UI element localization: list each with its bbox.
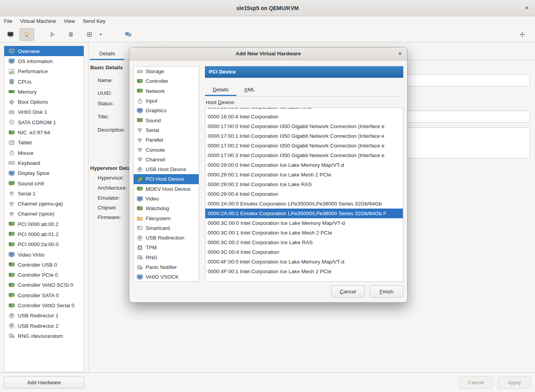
hardware-type-storage[interactable]: Storage xyxy=(134,67,199,76)
hardware-type-video[interactable]: Video xyxy=(134,194,199,204)
pci-device-row[interactable]: 0000:2A:00:1 Emulex Corporation LPe35000… xyxy=(205,209,403,218)
pci-device-row[interactable]: 0000:17:00:2 Intel Corporation I350 Giga… xyxy=(205,141,403,151)
sidebar-item-controller-virtio-serial-0[interactable]: Controller VirtIO Serial 0 xyxy=(4,300,84,310)
hardware-type-channel[interactable]: Channel xyxy=(134,155,199,164)
pci-device-row[interactable]: 0000:17:00:3 Intel Corporation I350 Giga… xyxy=(205,151,403,160)
sidebar-item-overview[interactable]: Overview xyxy=(4,46,84,56)
pci-device-row[interactable]: 0000:4F:00:0 Intel Corporation Ice Lake … xyxy=(205,257,403,267)
hardware-type-usb-redirection[interactable]: USB Redirection xyxy=(134,233,199,243)
hardware-type-filesystem[interactable]: Filesystem xyxy=(134,213,199,223)
sidebar-item-pci-0000-ab-00-2[interactable]: PCI 0000:ab:00.2 xyxy=(4,219,84,229)
sidebar-item-display-spice[interactable]: Display Spice xyxy=(4,168,84,178)
pci-device-row[interactable]: 0000:4F:00:1 Intel Corporation Ice Lake … xyxy=(205,267,403,276)
pci-device-row[interactable]: 0000:3C:00:0 Intel Corporation Ice Lake … xyxy=(205,218,403,228)
main-tab-details[interactable]: Details xyxy=(90,48,124,60)
apply-button[interactable]: Apply xyxy=(498,377,531,389)
hardware-type-rng[interactable]: RNG xyxy=(134,253,199,262)
hardware-type-pci-host-device[interactable]: PCI Host Device xyxy=(134,174,199,184)
sidebar-item-usb-redirector-1[interactable]: USB Redirector 1 xyxy=(4,311,84,321)
shutdown-button[interactable] xyxy=(82,28,97,41)
pci-device-row[interactable]: 0000:16:00:4 Intel Corporation xyxy=(205,112,403,122)
hardware-type-network[interactable]: Network xyxy=(134,86,199,96)
dialog-close-icon[interactable]: × xyxy=(398,48,402,60)
controller-icon xyxy=(8,302,15,309)
menu-file[interactable]: File xyxy=(0,16,16,26)
sidebar-item-controller-pcie-0[interactable]: Controller PCIe 0 xyxy=(4,270,84,280)
menu-view[interactable]: View xyxy=(60,16,79,26)
hardware-type-mdev-host-device[interactable]: MDEV Host Device xyxy=(134,184,199,194)
pause-button[interactable] xyxy=(64,28,78,41)
hardware-type-console[interactable]: Console xyxy=(134,145,199,154)
sidebar-item-controller-usb-0[interactable]: Controller USB 0 xyxy=(4,260,84,270)
sidebar-item-controller-virtio-scsi-0[interactable]: Controller VirtIO SCSI 0 xyxy=(4,280,84,290)
console-button[interactable] xyxy=(3,28,18,41)
window-close-icon[interactable]: × xyxy=(525,0,529,16)
pci-device-row[interactable]: 0000:3C:00:1 Intel Corporation Ice Lake … xyxy=(205,228,403,238)
shutdown-icon xyxy=(86,31,93,38)
pci-device-row[interactable]: 0000:17:00:0 Intel Corporation I350 Giga… xyxy=(205,122,403,131)
sidebar-item-keyboard[interactable]: Keyboard xyxy=(4,158,84,168)
pci-device-row[interactable]: 0000:29:00:4 Intel Corporation xyxy=(205,189,403,199)
controller-icon xyxy=(136,78,143,84)
sidebar-item-controller-sata-0[interactable]: Controller SATA 0 xyxy=(4,290,84,300)
pci-device-row[interactable]: 0000:3C:00:4 Intel Corporation xyxy=(205,247,403,257)
sidebar-item-memory[interactable]: Memory xyxy=(4,87,84,97)
dialog-titlebar[interactable]: Add New Virtual Hardware × xyxy=(129,48,407,60)
sidebar-item-rng-dev-urandom[interactable]: RNG /dev/urandom xyxy=(4,331,84,341)
hardware-type-usb-host-device[interactable]: USB Host Device xyxy=(134,164,199,174)
cancel-button[interactable]: Cancel xyxy=(459,377,492,389)
dialog-cancel-button[interactable]: Cancel xyxy=(331,286,365,298)
hardware-type-watchdog[interactable]: Watchdog xyxy=(134,204,199,213)
sidebar-item-sound-ich9[interactable]: Sound ich9 xyxy=(4,178,84,188)
details-button[interactable] xyxy=(19,28,34,41)
titlebar[interactable]: sle15sp5 on QEMU/KVM × xyxy=(0,0,535,16)
sidebar-item-boot-options[interactable]: Boot Options xyxy=(4,97,84,107)
sidebar-item-pci-0000-ab-01-2[interactable]: PCI 0000:ab:01.2 xyxy=(4,229,84,239)
pci-device-row[interactable]: 0000:29:00:1 Intel Corporation Ice Lake … xyxy=(205,170,403,180)
menu-send-key[interactable]: Send Key xyxy=(79,16,110,26)
sidebar-item-usb-redirector-2[interactable]: USB Redirector 2 xyxy=(4,321,84,331)
hardware-type-input[interactable]: Input xyxy=(134,96,199,106)
sidebar-item-tablet[interactable]: Tablet xyxy=(4,138,84,148)
pci-device-row[interactable]: 0000:17:00:1 Intel Corporation I350 Giga… xyxy=(205,131,403,141)
dialog-tab-details[interactable]: Details xyxy=(205,84,236,96)
shutdown-menu-button[interactable] xyxy=(97,28,105,41)
hardware-type-panic-notifier[interactable]: Panic Notifier xyxy=(134,262,199,272)
pci-device-row[interactable]: 0000:29:00:0 Intel Corporation Ice Lake … xyxy=(205,160,403,170)
host-device-list[interactable]: 0000:16:00:2 Intel Corporation Ice Lake … xyxy=(205,108,403,282)
displays-button[interactable] xyxy=(121,28,136,41)
sidebar-item-video-virtio[interactable]: Video Virtio xyxy=(4,250,84,260)
hardware-type-label: Video xyxy=(146,196,159,202)
hardware-type-sound[interactable]: Sound xyxy=(134,115,199,125)
dialog-tab-xml[interactable]: XML xyxy=(236,84,263,96)
pci-device-row[interactable]: 0000:3C:00:2 Intel Corporation Ice Lake … xyxy=(205,238,403,247)
sidebar-item-nic-e2-97-64[interactable]: NIC :e2:97:64 xyxy=(4,127,84,137)
pci-device-row[interactable]: 0000:2A:00:0 Emulex Corporation LPe35000… xyxy=(205,199,403,209)
menu-virtual-machine[interactable]: Virtual Machine xyxy=(16,16,60,26)
sidebar-item-channel-qemu-ga[interactable]: Channel (qemu-ga) xyxy=(4,199,84,209)
resize-button[interactable] xyxy=(515,28,530,41)
hardware-type-tpm[interactable]: TPM xyxy=(134,243,199,252)
sidebar-item-serial-1[interactable]: Serial 1 xyxy=(4,188,84,199)
hardware-type-graphics[interactable]: Graphics xyxy=(134,106,199,115)
sidebar-item-sata-cdrom-1[interactable]: SATA CDROM 1 xyxy=(4,117,84,127)
pci-device-row[interactable]: 0000:16:00:2 Intel Corporation Ice Lake … xyxy=(205,108,403,112)
run-button[interactable] xyxy=(45,28,60,41)
hardware-type-smartcard[interactable]: Smartcard xyxy=(134,223,199,233)
pci-device-row[interactable]: 0000:29:00:2 Intel Corporation Ice Lake … xyxy=(205,180,403,189)
hardware-type-serial[interactable]: Serial xyxy=(134,125,199,135)
sidebar-item-pci-0000-2a-00-0[interactable]: PCI 0000:2a:00.0 xyxy=(4,240,84,250)
sidebar-item-cpus[interactable]: CPUs xyxy=(4,77,84,87)
sidebar-item-os-information[interactable]: OS information xyxy=(4,56,84,66)
hardware-type-virtio-vsock[interactable]: VirtIO VSOCK xyxy=(134,272,199,282)
hardware-type-controller[interactable]: Controller xyxy=(134,76,199,86)
add-hardware-button[interactable]: Add Hardware xyxy=(4,377,84,389)
hardware-type-parallel[interactable]: Parallel xyxy=(134,135,199,145)
dialog-finish-button[interactable]: Finish xyxy=(370,286,403,298)
hardware-type-label: VirtIO VSOCK xyxy=(146,274,179,280)
sidebar-item-virtio-disk-1[interactable]: VirtIO Disk 1 xyxy=(4,107,84,117)
sidebar-item-channel-spice[interactable]: Channel (spice) xyxy=(4,209,84,219)
sidebar-item-mouse[interactable]: Mouse xyxy=(4,148,84,158)
sidebar-item-label: USB Redirector 2 xyxy=(18,323,58,329)
sidebar-item-performance[interactable]: Performance xyxy=(4,67,84,77)
